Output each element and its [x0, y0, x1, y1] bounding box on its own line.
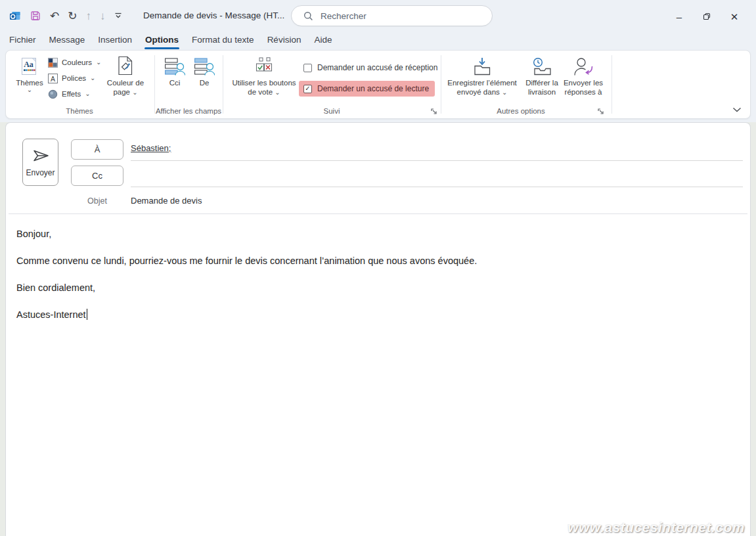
theme-fonts-label: Polices: [62, 74, 86, 82]
cc-field[interactable]: [131, 187, 743, 187]
bcc-label: Cci: [169, 78, 181, 87]
svg-text:A: A: [51, 74, 55, 82]
theme-options-column: Couleurs ⌄ A Polices ⌄: [48, 56, 101, 100]
page-color-button[interactable]: Couleur de page ⌄: [103, 56, 148, 97]
chevron-down-icon: ⌄: [132, 89, 137, 96]
to-button[interactable]: À: [71, 139, 123, 160]
themes-icon: Aa: [21, 56, 38, 76]
voting-label-line2: de vote: [248, 88, 273, 96]
from-label: De: [200, 78, 210, 87]
arrow-up-icon: ↑: [86, 11, 92, 22]
save-sent-label-line1: Enregistrer l’élément: [447, 78, 516, 87]
theme-fonts-button[interactable]: A Polices ⌄: [48, 72, 101, 85]
body-paragraph: Comme convenu ce lundi, pourriez-vous me…: [16, 254, 734, 267]
tab-insertion[interactable]: Insertion: [91, 34, 139, 50]
themes-button[interactable]: Aa Thèmes ⌄: [14, 56, 45, 93]
tab-revision[interactable]: Révision: [261, 34, 308, 50]
redo-icon[interactable]: ↻: [68, 11, 77, 22]
search-icon: [303, 11, 313, 21]
delivery-receipt-label: Demander un accusé de réception: [317, 63, 437, 72]
save-sent-label-line2: envoyé dans: [457, 88, 500, 96]
theme-colors-label: Couleurs: [62, 58, 92, 66]
direct-replies-label-line1: Envoyer les: [564, 78, 603, 87]
theme-effects-button[interactable]: Effets ⌄: [48, 87, 101, 100]
message-body[interactable]: Bonjour, Comme convenu ce lundi, pourrie…: [16, 227, 734, 516]
send-button[interactable]: Envoyer: [22, 139, 58, 186]
chevron-down-icon: ⌄: [27, 87, 32, 93]
cc-button[interactable]: Cc: [71, 166, 123, 186]
chevron-down-icon: ⌄: [275, 89, 280, 96]
from-icon: [194, 56, 215, 76]
body-paragraph: Bien cordialement,: [16, 281, 734, 294]
tab-options[interactable]: Options: [139, 34, 185, 50]
voting-label-line1: Utiliser les boutons: [232, 78, 296, 87]
outlook-message-window: ↶ ↻ ↑ ↓ Demande de devis - Message (HT..…: [0, 0, 756, 536]
save-icon[interactable]: [30, 10, 41, 22]
more-options-dialog-launcher-icon[interactable]: [597, 108, 604, 115]
page-color-icon: [116, 56, 135, 76]
tracking-group-label: Suivi: [223, 107, 441, 115]
subject-field[interactable]: Demande de devis: [131, 196, 202, 206]
ribbon: Aa Thèmes ⌄: [5, 50, 751, 119]
save-sent-item-button[interactable]: Enregistrer l’élément envoyé dans ⌄: [445, 56, 520, 97]
customize-quick-access-icon[interactable]: [114, 12, 122, 19]
from-button[interactable]: De: [191, 56, 217, 87]
themes-group-label: Thèmes: [6, 107, 153, 115]
delay-delivery-label-line2: livraison: [528, 87, 556, 97]
group-divider: [441, 55, 441, 114]
minimize-icon[interactable]: –: [665, 8, 693, 25]
to-field[interactable]: [131, 160, 743, 161]
window-title: Demande de devis - Message (HT...: [143, 11, 284, 20]
collapse-ribbon-icon[interactable]: [732, 107, 742, 112]
tab-format-du-texte[interactable]: Format du texte: [185, 34, 261, 50]
bcc-button[interactable]: Cci: [161, 56, 189, 87]
svg-text:Aa: Aa: [24, 60, 33, 69]
more-options-group-label: Autres options: [438, 107, 604, 115]
restore-icon[interactable]: [693, 8, 721, 25]
tab-message[interactable]: Message: [43, 34, 92, 50]
delay-delivery-label-line1: Différer la: [525, 78, 558, 87]
bcc-icon: [165, 56, 185, 76]
recipient-chip[interactable]: Sébastien;: [131, 143, 171, 153]
group-divider: [154, 55, 155, 114]
theme-effects-label: Effets: [62, 90, 81, 98]
search-input[interactable]: [321, 11, 472, 21]
save-sent-item-icon: [472, 56, 493, 76]
read-receipt-label: Demander un accusé de lecture: [317, 84, 429, 93]
close-icon[interactable]: ✕: [721, 8, 748, 25]
delivery-receipt-checkbox[interactable]: Demander un accusé de réception: [303, 63, 437, 72]
tab-aide[interactable]: Aide: [307, 34, 338, 50]
site-watermark: www.astucesinternet.com: [567, 520, 745, 535]
fields-group-label: Afficher les champs: [154, 107, 223, 115]
ribbon-tabs: Fichier Message Insertion Options Format…: [3, 34, 338, 50]
page-color-label-line1: Couleur de: [107, 78, 144, 87]
search-bar[interactable]: [291, 5, 493, 26]
checkbox-unchecked-icon: [303, 64, 312, 72]
read-receipt-checkbox[interactable]: ✓ Demander un accusé de lecture: [299, 81, 435, 97]
subject-label: Objet: [71, 196, 123, 206]
checkbox-checked-icon: ✓: [303, 85, 312, 93]
quick-access-toolbar: ↶ ↻ ↑ ↓: [9, 9, 122, 23]
page-color-label-line2: page: [113, 88, 130, 96]
direct-replies-button[interactable]: Envoyer les réponses à: [563, 56, 604, 97]
chevron-down-icon: ⌄: [85, 91, 90, 97]
group-divider: [611, 55, 612, 114]
voting-buttons-button[interactable]: Utiliser les boutons de vote ⌄: [228, 56, 300, 97]
direct-replies-icon: [573, 56, 594, 76]
voting-buttons-icon: [254, 56, 275, 76]
theme-colors-button[interactable]: Couleurs ⌄: [48, 56, 101, 69]
chevron-down-icon: ⌄: [502, 89, 507, 96]
window-controls: – ✕: [665, 8, 748, 25]
text-cursor: [87, 309, 88, 320]
tracking-dialog-launcher-icon[interactable]: [430, 108, 437, 115]
tab-fichier[interactable]: Fichier: [3, 34, 43, 50]
delay-delivery-button[interactable]: Différer la livraison: [522, 56, 562, 97]
chevron-down-icon: ⌄: [96, 60, 101, 65]
send-plane-icon: [31, 148, 51, 164]
theme-colors-icon: [48, 58, 58, 68]
undo-icon[interactable]: ↶: [50, 11, 59, 22]
chevron-down-icon: ⌄: [90, 76, 95, 81]
group-divider: [223, 55, 223, 114]
delay-delivery-icon: [531, 56, 552, 76]
arrow-down-icon: ↓: [100, 11, 106, 22]
